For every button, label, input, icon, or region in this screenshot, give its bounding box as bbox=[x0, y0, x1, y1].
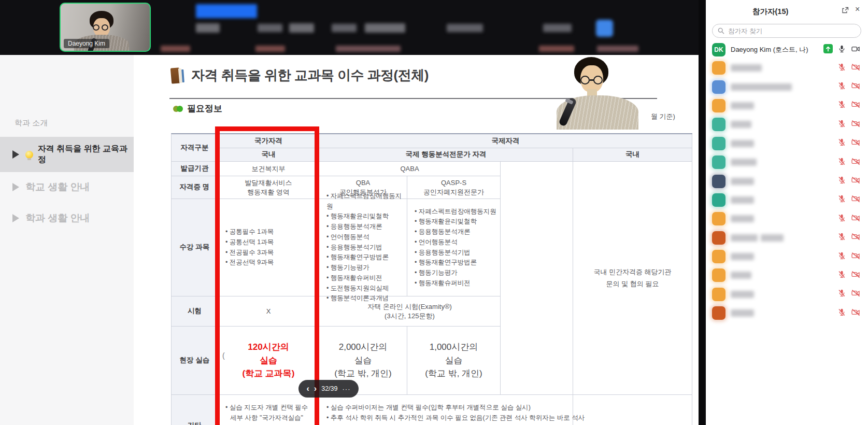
participant-search bbox=[712, 24, 861, 38]
table-header: 국내 bbox=[573, 148, 692, 162]
search-input[interactable] bbox=[712, 24, 861, 38]
camera-muted-icon[interactable] bbox=[851, 157, 861, 168]
mic-muted-icon[interactable] bbox=[837, 194, 846, 205]
camera-muted-icon[interactable] bbox=[851, 232, 861, 243]
slide-title-row: 자격 취득을 위한 교과목 이수 과정(전체) bbox=[169, 66, 429, 84]
camera-muted-icon[interactable] bbox=[851, 81, 861, 92]
table-cell: QASP-S 공인자폐지원전문가 bbox=[407, 176, 501, 199]
avatar bbox=[712, 99, 725, 112]
participant-row[interactable] bbox=[706, 172, 868, 190]
mic-muted-icon[interactable] bbox=[837, 157, 846, 168]
sidebar-item-school-life[interactable]: 학교 생활 안내 bbox=[12, 180, 90, 194]
row-label: 발급기관 bbox=[172, 162, 218, 176]
glasses-icon bbox=[93, 24, 99, 31]
redacted-participant-name bbox=[731, 196, 754, 204]
avatar bbox=[712, 137, 725, 150]
participant-row[interactable] bbox=[706, 304, 868, 322]
camera-muted-icon[interactable] bbox=[851, 308, 861, 319]
triangle-arrow-icon bbox=[12, 183, 19, 191]
mic-muted-icon[interactable] bbox=[837, 63, 846, 74]
redacted-participant-name bbox=[731, 253, 754, 260]
prev-page-button[interactable]: ‹ bbox=[307, 385, 309, 393]
redacted-avatar-blur bbox=[596, 20, 613, 37]
camera-muted-icon[interactable] bbox=[851, 138, 861, 149]
subject-item: 언어행동분석 bbox=[415, 237, 458, 248]
subject-item: 자폐스펙트럼장애행동지원 bbox=[415, 207, 496, 217]
participant-row[interactable] bbox=[706, 209, 868, 228]
camera-muted-icon[interactable] bbox=[851, 194, 861, 205]
camera-muted-icon[interactable] bbox=[851, 214, 861, 224]
sidebar-item-active[interactable]: 자격 취득을 위한 교육과정 bbox=[0, 137, 134, 172]
subject-item: 행동재활연구방법론 bbox=[326, 252, 389, 263]
redacted-participant-name bbox=[731, 64, 762, 72]
page-indicator: 32/39 bbox=[321, 385, 337, 392]
participant-row[interactable] bbox=[706, 266, 868, 285]
more-options-button[interactable]: ··· bbox=[342, 385, 350, 393]
table-cell: 1,000시간의 실습 (학교 밖, 개인) bbox=[407, 327, 501, 395]
camera-muted-icon[interactable] bbox=[851, 270, 861, 281]
self-video-tile[interactable]: Daeyong Kim bbox=[60, 3, 151, 52]
avatar bbox=[712, 175, 725, 188]
camera-muted-icon[interactable] bbox=[851, 289, 861, 300]
popout-icon[interactable] bbox=[841, 7, 849, 17]
redacted-participant-name bbox=[731, 121, 751, 128]
avatar bbox=[712, 118, 725, 131]
mic-muted-icon[interactable] bbox=[837, 232, 846, 243]
mic-icon[interactable] bbox=[837, 45, 846, 55]
redacted-tile-label-blur bbox=[539, 46, 574, 52]
meeting-window: Daeyong Kim 학과 소개 자격 취득을 위한 교육과정 학교 생활 안… bbox=[0, 0, 868, 425]
close-icon[interactable]: × bbox=[855, 5, 860, 14]
redacted-participant-name bbox=[731, 140, 754, 147]
avatar bbox=[712, 80, 725, 94]
camera-muted-icon[interactable] bbox=[851, 63, 861, 74]
mic-muted-icon[interactable] bbox=[837, 176, 846, 187]
row-label: 현장 실습 bbox=[172, 327, 218, 395]
camera-icon[interactable] bbox=[851, 45, 861, 55]
redacted-banner-blur bbox=[196, 4, 257, 18]
avatar bbox=[712, 250, 725, 263]
participant-row[interactable] bbox=[706, 229, 868, 247]
mic-muted-icon[interactable] bbox=[837, 270, 846, 281]
participant-row[interactable] bbox=[706, 247, 868, 266]
mic-muted-icon[interactable] bbox=[837, 138, 846, 149]
participant-row[interactable] bbox=[706, 191, 868, 209]
glasses-icon bbox=[593, 76, 603, 84]
mic-muted-icon[interactable] bbox=[837, 308, 846, 319]
participant-name: Daeyong Kim (호스트, 나) bbox=[731, 45, 808, 54]
camera-muted-icon[interactable] bbox=[851, 119, 861, 130]
next-page-button[interactable]: › bbox=[314, 385, 317, 393]
camera-muted-icon[interactable] bbox=[851, 176, 861, 187]
participant-row[interactable] bbox=[706, 115, 868, 134]
mic-muted-icon[interactable] bbox=[837, 214, 846, 224]
mic-muted-icon[interactable] bbox=[837, 100, 846, 111]
redacted-participant-name bbox=[731, 309, 754, 317]
triangle-arrow-icon bbox=[12, 214, 19, 222]
video-name-label: Daeyong Kim bbox=[64, 39, 109, 48]
mic-muted-icon[interactable] bbox=[837, 81, 846, 92]
row-label: 자격증 명 bbox=[172, 176, 218, 199]
redacted-name-blur bbox=[332, 24, 357, 32]
row-label: 수강 과목 bbox=[172, 199, 218, 296]
subject-item: 도전행동지원의실제 bbox=[326, 284, 389, 294]
participant-row[interactable] bbox=[706, 77, 868, 96]
table-cell-empty bbox=[501, 162, 573, 395]
redacted-participant-name bbox=[731, 272, 751, 279]
slide-pager: ‹ › 32/39 ··· bbox=[298, 380, 359, 398]
participant-row[interactable] bbox=[706, 153, 868, 172]
subject-item: 행동재활윤리및철학 bbox=[415, 217, 477, 227]
redacted-participant-name bbox=[731, 178, 754, 185]
mic-muted-icon[interactable] bbox=[837, 251, 846, 262]
camera-muted-icon[interactable] bbox=[851, 251, 861, 262]
mic-muted-icon[interactable] bbox=[837, 289, 846, 300]
participant-row[interactable] bbox=[706, 285, 868, 304]
sidebar-item-dept-life[interactable]: 학과 생활 안내 bbox=[12, 211, 90, 225]
mic-muted-icon[interactable] bbox=[837, 119, 846, 130]
participant-row[interactable] bbox=[706, 134, 868, 153]
camera-muted-icon[interactable] bbox=[851, 100, 861, 111]
participant-row[interactable] bbox=[706, 59, 868, 77]
subject-item: 응용행동분석개론 bbox=[415, 227, 471, 237]
sidebar-section-label: 학과 소개 bbox=[15, 118, 48, 128]
redacted-name-blur bbox=[258, 24, 282, 32]
participant-row[interactable] bbox=[706, 96, 868, 115]
participant-row-host[interactable]: DK Daeyong Kim (호스트, 나) bbox=[706, 40, 868, 59]
